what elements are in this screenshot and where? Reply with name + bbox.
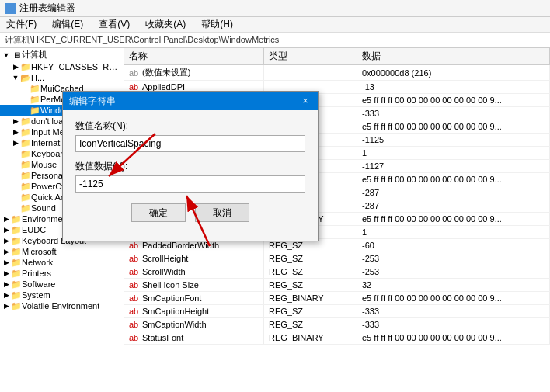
dialog-buttons: 确定 取消 bbox=[75, 203, 305, 231]
menu-view[interactable]: 查看(V) bbox=[96, 18, 133, 31]
confirm-button[interactable]: 确定 bbox=[131, 203, 186, 222]
menu-edit[interactable]: 编辑(E) bbox=[49, 18, 86, 31]
data-input[interactable] bbox=[75, 175, 305, 193]
name-input[interactable] bbox=[75, 135, 305, 152]
cancel-button[interactable]: 取消 bbox=[195, 203, 249, 222]
dialog-overlay: 编辑字符串 × 数值名称(N): 数值数据(V): 确定 取消 bbox=[0, 48, 550, 392]
app-icon bbox=[5, 3, 16, 14]
breadcrumb: 计算机\HKEY_CURRENT_USER\Control Panel\Desk… bbox=[0, 33, 550, 48]
data-label: 数值数据(V): bbox=[75, 160, 305, 173]
dialog-close-button[interactable]: × bbox=[299, 95, 312, 107]
app-title: 注册表编辑器 bbox=[19, 2, 75, 15]
menu-file[interactable]: 文件(F) bbox=[3, 18, 40, 31]
dialog-title: 编辑字符串 bbox=[69, 95, 116, 108]
title-bar: 注册表编辑器 bbox=[0, 0, 550, 17]
dialog-body: 数值名称(N): 数值数据(V): 确定 取消 bbox=[63, 110, 318, 241]
data-field: 数值数据(V): bbox=[75, 160, 305, 193]
menu-help[interactable]: 帮助(H) bbox=[198, 18, 236, 31]
dialog-title-bar: 编辑字符串 × bbox=[63, 92, 318, 110]
edit-string-dialog: 编辑字符串 × 数值名称(N): 数值数据(V): 确定 取消 bbox=[62, 91, 319, 241]
menu-favorites[interactable]: 收藏夹(A) bbox=[142, 18, 189, 31]
menu-bar: 文件(F) 编辑(E) 查看(V) 收藏夹(A) 帮助(H) bbox=[0, 17, 550, 33]
name-field: 数值名称(N): bbox=[75, 120, 305, 152]
main-layout: ▼ 🖥 计算机 ▶ 📁 HKFY_CLASSES_ROOT ▼ 📂 H... 📁… bbox=[0, 48, 550, 392]
breadcrumb-text: 计算机\HKEY_CURRENT_USER\Control Panel\Desk… bbox=[5, 34, 279, 46]
name-label: 数值名称(N): bbox=[75, 120, 305, 133]
